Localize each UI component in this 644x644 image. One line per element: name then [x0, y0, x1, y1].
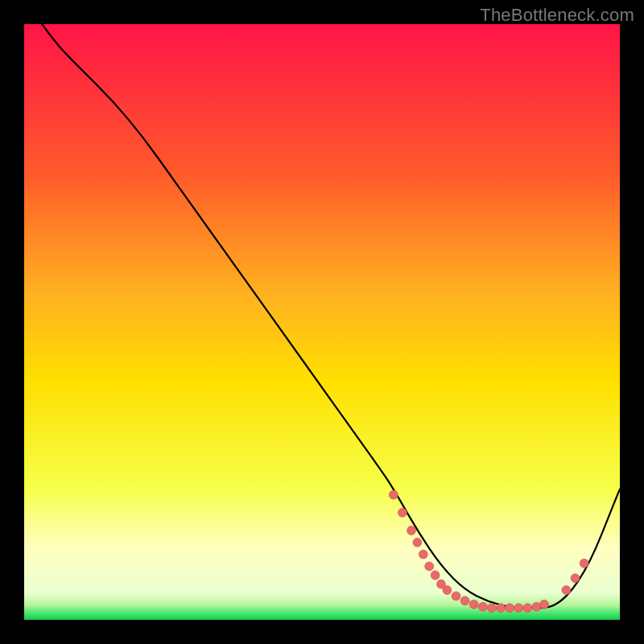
- highlight-dot: [419, 550, 427, 559]
- highlight-dot: [469, 600, 478, 609]
- highlight-dot: [532, 602, 541, 611]
- highlight-dot: [571, 574, 580, 583]
- highlight-dot: [443, 586, 452, 595]
- highlight-dot: [487, 604, 496, 613]
- highlight-dots-group: [389, 490, 588, 613]
- highlight-dot: [497, 604, 506, 613]
- highlight-dot: [452, 592, 460, 601]
- highlight-dot: [540, 600, 549, 609]
- highlight-dot: [506, 604, 514, 613]
- main-curve: [42, 24, 620, 608]
- highlight-dot: [460, 597, 469, 605]
- chart-frame: TheBottleneck.com: [0, 0, 644, 644]
- plot-area: [24, 24, 620, 620]
- highlight-dot: [514, 604, 523, 613]
- highlight-dot: [523, 604, 532, 613]
- highlight-dot: [407, 526, 416, 535]
- highlight-dot: [431, 571, 440, 580]
- highlight-dot: [413, 538, 422, 547]
- watermark-text: TheBottleneck.com: [480, 5, 634, 26]
- highlight-dot: [562, 586, 571, 595]
- highlight-dot: [398, 508, 407, 517]
- highlight-dot: [478, 602, 487, 611]
- highlight-dot: [389, 490, 398, 499]
- highlight-dot: [425, 562, 434, 571]
- curve-layer: [24, 24, 620, 620]
- highlight-dot: [580, 559, 588, 568]
